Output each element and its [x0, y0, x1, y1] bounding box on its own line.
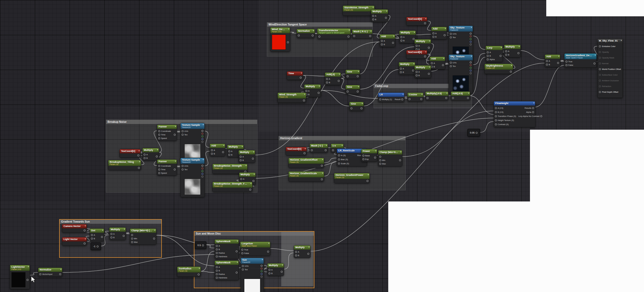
- node-multiply-sun-gradient[interactable]: Multiply▾AB: [109, 227, 126, 240]
- node-sine-2[interactable]: Sine▾: [345, 85, 360, 94]
- node-header[interactable]: Multiply▾: [267, 263, 284, 268]
- output-pin-a[interactable]: [470, 44, 472, 45]
- node-cosine[interactable]: Cosine▾: [407, 92, 424, 102]
- input-pin[interactable]: [111, 233, 112, 235]
- input-pin[interactable]: [450, 36, 452, 38]
- node-header[interactable]: Multiply▾: [239, 150, 255, 154]
- node-header[interactable]: Multiply▾: [143, 148, 159, 152]
- node-header[interactable]: Wind_StrengthParam (S)▾: [278, 93, 306, 98]
- node-wind-strength[interactable]: Wind_StrengthParam (S)▾: [277, 92, 306, 103]
- node-panner-1[interactable]: Panner▾CoordinateTimeSpeed: [157, 125, 177, 141]
- output-pin[interactable]: [59, 273, 61, 275]
- node-sun-texture[interactable]: SunParam2D▾UVsTex: [241, 258, 264, 292]
- input-pin[interactable]: [433, 36, 434, 38]
- node-header[interactable]: StarsNoise_StrengthParam (S)▾: [343, 6, 374, 11]
- output-pin[interactable]: [321, 165, 323, 167]
- output-pin-a[interactable]: [201, 176, 203, 178]
- input-pin[interactable]: [158, 165, 160, 167]
- input-pin[interactable]: [332, 149, 334, 151]
- output-pin[interactable]: [594, 63, 595, 64]
- output-pin[interactable]: [84, 229, 86, 231]
- node-header[interactable]: Clamp (Min=0) (Max=1)▾: [130, 229, 156, 233]
- output-pin-g[interactable]: [201, 135, 203, 137]
- output-pin[interactable]: [424, 22, 426, 24]
- node-add-half[interactable]: Add(,0.5)▾: [451, 91, 470, 101]
- node-multiply-half[interactable]: Multiply(,0.5)▾: [425, 91, 449, 101]
- output-pin[interactable]: [348, 36, 349, 38]
- input-pin[interactable]: [131, 238, 133, 240]
- node-header[interactable]: LR▾: [378, 93, 404, 97]
- node-header[interactable]: Add▾: [380, 35, 395, 39]
- node-header[interactable]: Horizon_GradientPowerParam (S)▾: [334, 173, 370, 179]
- output-pin-b[interactable]: [201, 173, 203, 175]
- output-pin[interactable]: [123, 235, 125, 237]
- output-pin-r[interactable]: [201, 167, 203, 169]
- output-pin[interactable]: [174, 134, 176, 136]
- output-pin[interactable]: [357, 75, 359, 77]
- input-pin[interactable]: [546, 60, 548, 62]
- input-pin[interactable]: [242, 265, 244, 267]
- node-multiply-top[interactable]: Multiply▾AB: [371, 9, 388, 22]
- input-pin[interactable]: [158, 169, 160, 170]
- input-pin[interactable]: [144, 154, 146, 156]
- output-pin[interactable]: [510, 71, 512, 73]
- node-header[interactable]: M_Sky_Flow_01▾: [598, 39, 623, 43]
- input-pin[interactable]: [338, 154, 340, 156]
- output-pin[interactable]: [401, 98, 403, 100]
- node-multiply-sun-2[interactable]: Multiply▾AB: [294, 245, 311, 258]
- node-dot[interactable]: Dot▾AB: [90, 228, 104, 241]
- output-pin[interactable]: [385, 17, 387, 19]
- input-pin[interactable]: [158, 172, 160, 174]
- input-pin[interactable]: [318, 36, 320, 38]
- input-pin[interactable]: [416, 45, 418, 47]
- input-pin[interactable]: [487, 55, 489, 57]
- node-multiply-sky-3[interactable]: Multiply▾AB: [399, 62, 415, 75]
- output-pin[interactable]: [202, 244, 204, 246]
- output-pin-r[interactable]: [261, 268, 263, 269]
- input-pin[interactable]: [416, 71, 418, 73]
- output-pin[interactable]: [325, 149, 327, 151]
- output-pin[interactable]: [500, 55, 501, 57]
- output-pin[interactable]: [428, 47, 430, 49]
- output-pin-r[interactable]: [470, 64, 472, 66]
- input-pin[interactable]: [228, 154, 230, 156]
- node-header[interactable]: SphereMask▾: [215, 261, 239, 265]
- input-pin[interactable]: [495, 111, 497, 113]
- node-header[interactable]: Add▾: [545, 55, 560, 59]
- output-pin-rgb[interactable]: [201, 165, 203, 167]
- node-sky-brightness[interactable]: SkyBrightnessParam (S)▾: [484, 64, 513, 74]
- output-pin[interactable]: [357, 91, 359, 92]
- output-pin[interactable]: [392, 42, 394, 44]
- node-multiply-time[interactable]: Multiply▾AB: [304, 84, 321, 97]
- input-pin[interactable]: [269, 269, 270, 271]
- input-pin[interactable]: [566, 64, 567, 66]
- input-pin[interactable]: [450, 65, 452, 67]
- node-header[interactable]: Multiply▾: [504, 45, 520, 49]
- output-pin[interactable]: [428, 73, 430, 75]
- node-header[interactable]: Sky_TextureParam2D▾: [449, 55, 473, 60]
- node-header[interactable]: Sine▾: [349, 102, 364, 106]
- node-header[interactable]: Multiply▾: [304, 85, 321, 89]
- output-pin-g[interactable]: [470, 38, 472, 40]
- input-pin[interactable]: [241, 249, 243, 251]
- node-flow-height[interactable]: FlowHeight▾A (V3)ResultsB (V3)AlphaTrans…: [494, 101, 535, 127]
- input-pin[interactable]: [240, 156, 242, 158]
- node-header[interactable]: Horizon_GradientScaleParam (S)▾: [289, 172, 324, 177]
- input-pin[interactable]: [216, 273, 218, 275]
- input-pin[interactable]: [409, 98, 411, 100]
- node-sun-radius[interactable]: SunRadiusParam (S)▾: [177, 266, 201, 277]
- output-pin[interactable]: [517, 52, 519, 54]
- input-pin[interactable]: [240, 178, 242, 180]
- input-pin[interactable]: [216, 266, 218, 268]
- output-pin[interactable]: [300, 77, 302, 79]
- input-pin[interactable]: [211, 149, 213, 151]
- input-pin[interactable]: [158, 137, 160, 139]
- node-light-vector-main[interactable]: LightVectorParam (V3)▾: [10, 265, 30, 289]
- node-header[interactable]: LightVectorParam (V3)▾: [10, 265, 30, 271]
- input-pin[interactable]: [216, 245, 218, 247]
- input-pin[interactable]: [487, 58, 489, 60]
- input-pin[interactable]: [182, 165, 184, 167]
- node-header[interactable]: Cosine▾: [408, 93, 423, 97]
- output-pin-g[interactable]: [261, 270, 263, 272]
- node-header[interactable]: TexCoord[0]▾: [406, 17, 427, 21]
